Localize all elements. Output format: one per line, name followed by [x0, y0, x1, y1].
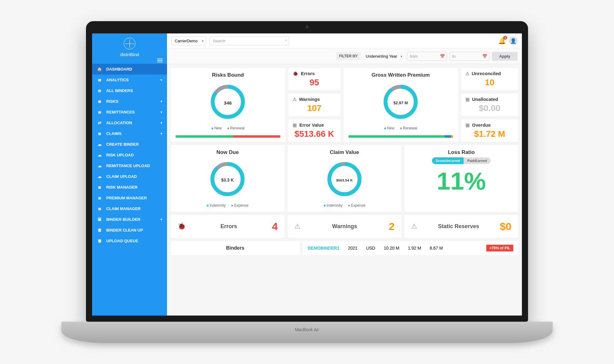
- svg-text:$3.3 K: $3.3 K: [221, 178, 234, 182]
- errors-value: 95: [293, 78, 336, 87]
- nav-icon: ☁: [97, 153, 102, 157]
- nav-label: RISK UPLOAD: [106, 153, 134, 157]
- laptop-base: MacBook Air: [61, 322, 553, 343]
- laptop-model: MacBook Air: [295, 327, 319, 332]
- camera-icon: [305, 25, 309, 29]
- date-to-input[interactable]: to 📅: [449, 52, 489, 61]
- progress-bar: [176, 135, 280, 138]
- nav-label: RISK MANAGER: [106, 185, 138, 190]
- chevron-down-icon: ▾: [161, 132, 162, 135]
- clear-icon[interactable]: ×: [285, 38, 287, 43]
- pil-badge: <70% of PIL: [486, 245, 513, 251]
- nav-label: ANALYTICS: [106, 78, 129, 82]
- laptop-frame: distriBind 🏠DASHBOARD≣ANALYTICS▾≣ALL BIN…: [61, 21, 553, 343]
- nav-icon: 🗑: [97, 239, 102, 243]
- nav-label: CLAIM UPLOAD: [106, 174, 137, 179]
- nav-icon: ≣: [97, 99, 102, 104]
- summary-errors[interactable]: 🐞 Errors 4: [171, 215, 285, 238]
- chevron-down-icon: ▾: [202, 39, 204, 43]
- unreconciled-card[interactable]: ⚠Unreconciled 10: [461, 68, 519, 90]
- nav-icon: 🏛: [97, 217, 102, 222]
- notifications-button[interactable]: 🔔 3: [498, 37, 506, 44]
- sidebar-item-remittances[interactable]: ≣REMITTANCES▾: [92, 107, 167, 117]
- overdue-card[interactable]: ▣Overdue $1.72 M: [461, 119, 519, 142]
- sidebar-item-binder-clean-up[interactable]: 🗑BINDER CLEAN UP: [92, 225, 167, 236]
- nav-label: REMITTANCES: [106, 110, 135, 114]
- loss-ratio-toggle[interactable]: Gross/Incurred Paid/Earned: [432, 157, 490, 164]
- summary-row: 🐞 Errors 4 ⚠ Warnings 2 ⚠ Static Reserve…: [171, 215, 518, 238]
- sidebar-item-all-binders[interactable]: ≣ALL BINDERS: [92, 85, 167, 96]
- nav-label: CLAIMS: [106, 131, 122, 136]
- nav-label: DASHBOARD: [106, 67, 132, 71]
- unallocated-card[interactable]: ▣Unallocated $0.00: [461, 94, 519, 116]
- main-panel: CarrierDemo ▾ Search × 🔔 3 👤: [167, 33, 522, 316]
- warning-icon: ⚠: [465, 71, 469, 76]
- summary-warnings[interactable]: ⚠ Warnings 2: [288, 215, 402, 238]
- chevron-down-icon: ▾: [161, 110, 162, 114]
- bug-icon: 🐞: [177, 222, 186, 230]
- nav-icon: ≣: [97, 131, 102, 136]
- risks-bound-card: Risks Bound 346 New Renewal: [171, 68, 285, 142]
- nav-label: CREATE BINDER: [106, 142, 139, 147]
- svg-text:346: 346: [224, 100, 232, 105]
- nav-label: UPLOAD QUEUE: [106, 239, 138, 243]
- chevron-down-icon: ▾: [161, 121, 162, 125]
- error-value-card[interactable]: ▣Error Value $513.66 K: [288, 119, 340, 142]
- filter-label: FILTER BY: [336, 52, 361, 60]
- sidebar-item-binder-builder[interactable]: 🏛BINDER BUILDER▾: [92, 214, 167, 225]
- calendar-icon: 📅: [482, 54, 487, 59]
- nav-icon: ≣: [97, 78, 102, 82]
- date-from-input[interactable]: from 📅: [407, 52, 447, 61]
- binder-list-item[interactable]: DEMOBINDER1 2021 USD 10.20 M 1.92 M 8.67…: [303, 241, 518, 255]
- sidebar-item-premium-manager[interactable]: ≣PREMIUM MANAGER: [92, 193, 167, 203]
- nav-list: 🏠DASHBOARD≣ANALYTICS▾≣ALL BINDERS≣RISKS▾…: [92, 64, 167, 246]
- loss-ratio-value: 11%: [409, 169, 513, 193]
- tenant-select[interactable]: CarrierDemo ▾: [171, 36, 206, 45]
- sidebar-item-claim-manager[interactable]: ≣CLAIM MANAGER: [92, 203, 167, 214]
- binders-title: Binders: [171, 241, 300, 255]
- apply-button[interactable]: Apply: [492, 52, 518, 61]
- unreconciled-value: 10: [465, 78, 514, 87]
- filter-selector[interactable]: Underwriting Year ▾: [363, 52, 405, 60]
- warnings-card[interactable]: ⚠Warnings 107: [288, 94, 340, 116]
- chevron-down-icon: ▾: [161, 100, 162, 103]
- search-input[interactable]: Search ×: [209, 36, 289, 45]
- binders-row: Binders DEMOBINDER1 2021 USD 10.20 M 1.9…: [171, 241, 518, 255]
- sidebar-item-remittance-upload[interactable]: ☁REMITTANCE UPLOAD: [92, 160, 167, 171]
- sidebar-item-risk-upload[interactable]: ☁RISK UPLOAD: [92, 150, 167, 160]
- money-icon: ▣: [293, 122, 297, 128]
- app-screen: distriBind 🏠DASHBOARD≣ANALYTICS▾≣ALL BIN…: [92, 33, 522, 316]
- nav-icon: 🗑: [97, 228, 102, 232]
- binder-link[interactable]: DEMOBINDER1: [308, 246, 339, 251]
- user-icon: 👤: [510, 38, 516, 44]
- sidebar-item-claim-upload[interactable]: ☁CLAIM UPLOAD: [92, 171, 167, 182]
- nav-label: BINDER BUILDER: [106, 217, 140, 222]
- summary-reserves[interactable]: ⚠ Static Reserves $0: [404, 215, 518, 238]
- search-placeholder: Search: [213, 39, 225, 43]
- avatar[interactable]: 👤: [509, 36, 518, 45]
- screen-bezel: distriBind 🏠DASHBOARD≣ANALYTICS▾≣ALL BIN…: [86, 21, 528, 322]
- money-icon: ▣: [465, 97, 470, 102]
- filter-bar: FILTER BY Underwriting Year ▾ from 📅 to …: [167, 49, 522, 64]
- sidebar-item-create-binder[interactable]: ☁CREATE BINDER: [92, 139, 167, 150]
- errors-card[interactable]: 🐞Errors 95: [288, 68, 340, 90]
- warning-icon: ⚠: [293, 97, 297, 102]
- sidebar-item-dashboard[interactable]: 🏠DASHBOARD: [92, 64, 167, 75]
- sidebar: distriBind 🏠DASHBOARD≣ANALYTICS▾≣ALL BIN…: [92, 33, 167, 316]
- tenant-value: CarrierDemo: [175, 39, 197, 43]
- sidebar-item-risks[interactable]: ≣RISKS▾: [92, 96, 167, 107]
- sidebar-item-claims[interactable]: ≣CLAIMS▾: [92, 128, 167, 139]
- warning-icon: ⚠: [411, 222, 417, 230]
- menu-toggle-icon[interactable]: [92, 59, 167, 64]
- sidebar-item-risk-manager[interactable]: ≣RISK MANAGER: [92, 182, 167, 193]
- warnings-value: 107: [293, 103, 336, 113]
- nav-label: REMITTANCE UPLOAD: [106, 163, 150, 168]
- donut-chart: 346: [176, 80, 280, 124]
- sidebar-item-analytics[interactable]: ≣ANALYTICS▾: [92, 75, 167, 85]
- brand-logo: distriBind: [92, 33, 167, 59]
- topbar: CarrierDemo ▾ Search × 🔔 3 👤: [167, 33, 522, 49]
- sidebar-item-upload-queue[interactable]: 🗑UPLOAD QUEUE: [92, 236, 167, 246]
- sidebar-item-allocation[interactable]: ⇄ALLOCATION▾: [92, 117, 167, 128]
- notif-badge: 3: [503, 36, 507, 40]
- nav-icon: 🏠: [97, 67, 102, 71]
